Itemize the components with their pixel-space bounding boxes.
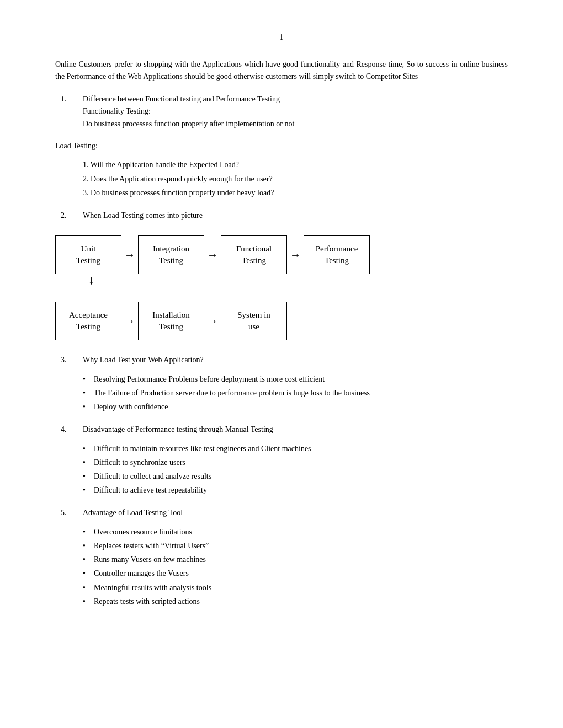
load-testing-label: Load Testing: bbox=[55, 140, 508, 152]
item-2: 2. When Load Testing comes into picture bbox=[55, 210, 508, 222]
item-1-content: Difference between Functional testing an… bbox=[83, 93, 508, 130]
unit-testing-box: UnitTesting bbox=[55, 235, 121, 274]
list-item: Replaces testers with “Virtual Users” bbox=[94, 539, 508, 553]
arrow-5 bbox=[207, 315, 218, 328]
list-item: Difficult to maintain resources like tes… bbox=[94, 442, 508, 456]
item-3-content: Why Load Test your Web Application? bbox=[83, 354, 508, 366]
list-item: Difficult to synchronize users bbox=[94, 456, 508, 469]
item-3-bullets: Resolving Performance Problems before de… bbox=[55, 372, 508, 414]
integration-testing-box: IntegrationTesting bbox=[138, 235, 204, 274]
arrow-4 bbox=[124, 315, 135, 328]
diagram: UnitTesting IntegrationTesting Functiona… bbox=[55, 235, 508, 340]
item-1-heading: Difference between Functional testing an… bbox=[83, 95, 280, 103]
item-5-number: 5. bbox=[55, 507, 83, 519]
acceptance-testing-box: AcceptanceTesting bbox=[55, 302, 121, 340]
item-4: 4. Disadvantage of Performance testing t… bbox=[55, 424, 508, 436]
item-5-content: Advantage of Load Testing Tool bbox=[83, 507, 508, 519]
item-5: 5. Advantage of Load Testing Tool bbox=[55, 507, 508, 519]
installation-testing-box: InstallationTesting bbox=[138, 302, 204, 340]
list-item: Runs many Vusers on few machines bbox=[94, 553, 508, 566]
item-1-number: 1. bbox=[55, 93, 83, 130]
page-number: 1 bbox=[55, 33, 508, 42]
diagram-row-2: AcceptanceTesting InstallationTesting Sy… bbox=[55, 302, 287, 340]
system-in-use-box: System inuse bbox=[221, 302, 287, 340]
list-item: Difficult to achieve test repeatability bbox=[94, 483, 508, 497]
item-1-subtext: Do business processes function properly … bbox=[83, 120, 294, 128]
item-4-bullets: Difficult to maintain resources like tes… bbox=[55, 442, 508, 497]
list-item: Difficult to collect and analyze results bbox=[94, 469, 508, 483]
item-1-subheading: Functionality Testing: bbox=[83, 107, 151, 115]
list-item: Deploy with confidence bbox=[94, 400, 508, 414]
item-3: 3. Why Load Test your Web Application? bbox=[55, 354, 508, 366]
arrow-down-container: ↓ bbox=[55, 274, 94, 302]
performance-testing-box: PerformanceTesting bbox=[304, 235, 370, 274]
list-item: Repeats tests with scripted actions bbox=[94, 595, 508, 608]
list-item: Meaningful results with analysis tools bbox=[94, 581, 508, 595]
arrow-3 bbox=[290, 249, 301, 261]
arrow-1 bbox=[124, 249, 135, 261]
functional-testing-box: FunctionalTesting bbox=[221, 235, 287, 274]
diagram-row-1: UnitTesting IntegrationTesting Functiona… bbox=[55, 235, 370, 274]
item-5-bullets: Overcomes resource limitations Replaces … bbox=[55, 525, 508, 608]
list-item: Resolving Performance Problems before de… bbox=[94, 372, 508, 386]
item-2-number: 2. bbox=[55, 210, 83, 222]
item-4-content: Disadvantage of Performance testing thro… bbox=[83, 424, 508, 436]
list-item: Does the Application respond quickly eno… bbox=[83, 172, 508, 186]
list-item: Overcomes resource limitations bbox=[94, 525, 508, 539]
list-item: The Failure of Production server due to … bbox=[94, 386, 508, 400]
intro-paragraph: Online Customers prefer to shopping with… bbox=[55, 58, 508, 83]
list-item: Will the Application handle the Expected… bbox=[83, 158, 508, 172]
item-4-number: 4. bbox=[55, 424, 83, 436]
item-2-content: When Load Testing comes into picture bbox=[83, 210, 508, 222]
item-3-number: 3. bbox=[55, 354, 83, 366]
list-item: Controller manages the Vusers bbox=[94, 566, 508, 580]
arrow-down: ↓ bbox=[88, 274, 94, 286]
load-testing-list: Will the Application handle the Expected… bbox=[55, 158, 508, 200]
page: 1 Online Customers prefer to shopping wi… bbox=[0, 0, 563, 728]
item-1: 1. Difference between Functional testing… bbox=[55, 93, 508, 130]
arrow-2 bbox=[207, 249, 218, 261]
list-item: Do business processes function properly … bbox=[83, 186, 508, 200]
